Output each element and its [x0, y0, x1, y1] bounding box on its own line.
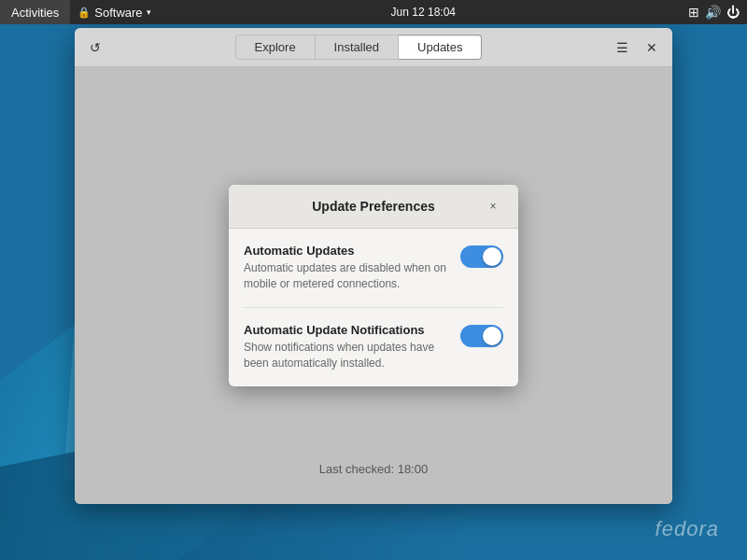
topbar: Activities 🔒 Software ▾ Jun 12 18:04 ⊞ 🔊…	[0, 0, 747, 24]
pref-text-auto-updates: Automatic Updates Automatic updates are …	[244, 244, 449, 292]
headerbar: ↺ Explore Installed Updates ☰ ✕	[75, 28, 672, 67]
refresh-button[interactable]: ↺	[82, 35, 108, 61]
tab-explore[interactable]: Explore	[235, 35, 316, 60]
fedora-watermark: fedora	[655, 517, 719, 541]
update-preferences-dialog: Update Preferences × Automatic Updates A…	[229, 185, 518, 385]
topbar-activities[interactable]: Activities	[0, 0, 70, 24]
auto-notifications-toggle[interactable]	[460, 325, 503, 347]
headerbar-right: ☰ ✕	[609, 35, 665, 61]
content-area: Update Preferences × Automatic Updates A…	[75, 67, 672, 504]
tab-installed[interactable]: Installed	[316, 35, 399, 60]
auto-notifications-desc: Show notifications when updates have bee…	[244, 340, 449, 371]
software-label: Software	[94, 6, 142, 20]
volume-icon[interactable]: 🔊	[705, 5, 721, 20]
desktop: fedora Activities 🔒 Software ▾ Jun 12 18…	[0, 0, 747, 560]
pref-divider	[244, 307, 503, 308]
auto-notifications-label: Automatic Update Notifications	[244, 323, 449, 337]
close-window-button[interactable]: ✕	[639, 35, 665, 61]
power-icon[interactable]: ⏻	[726, 5, 740, 20]
pref-row-auto-notifications: Automatic Update Notifications Show noti…	[244, 323, 503, 371]
tab-updates[interactable]: Updates	[399, 35, 482, 60]
dialog-title: Update Preferences	[264, 199, 483, 214]
topbar-software-menu[interactable]: 🔒 Software ▾	[70, 6, 158, 20]
network-icon[interactable]: ⊞	[688, 5, 699, 20]
auto-updates-toggle[interactable]	[460, 245, 503, 268]
auto-updates-desc: Automatic updates are disabled when on m…	[244, 260, 449, 292]
tabs: Explore Installed Updates	[114, 35, 603, 60]
pref-text-auto-notifications: Automatic Update Notifications Show noti…	[244, 323, 449, 371]
menu-button[interactable]: ☰	[609, 35, 635, 61]
topbar-right: ⊞ 🔊 ⏻	[688, 5, 747, 20]
dropdown-arrow-icon: ▾	[147, 7, 151, 17]
pref-row-auto-updates: Automatic Updates Automatic updates are …	[244, 244, 503, 292]
dialog-overlay: Update Preferences × Automatic Updates A…	[75, 67, 672, 504]
topbar-datetime: Jun 12 18:04	[159, 6, 688, 19]
last-checked-status: Last checked: 18:00	[319, 462, 428, 476]
lock-icon: 🔒	[78, 7, 91, 19]
toggle-thumb-2	[483, 327, 501, 345]
dialog-close-button[interactable]: ×	[483, 196, 503, 217]
app-window: ↺ Explore Installed Updates ☰ ✕ Update P…	[75, 28, 672, 504]
auto-updates-label: Automatic Updates	[244, 244, 449, 258]
dialog-body: Automatic Updates Automatic updates are …	[229, 229, 518, 385]
dialog-header: Update Preferences ×	[229, 185, 518, 229]
